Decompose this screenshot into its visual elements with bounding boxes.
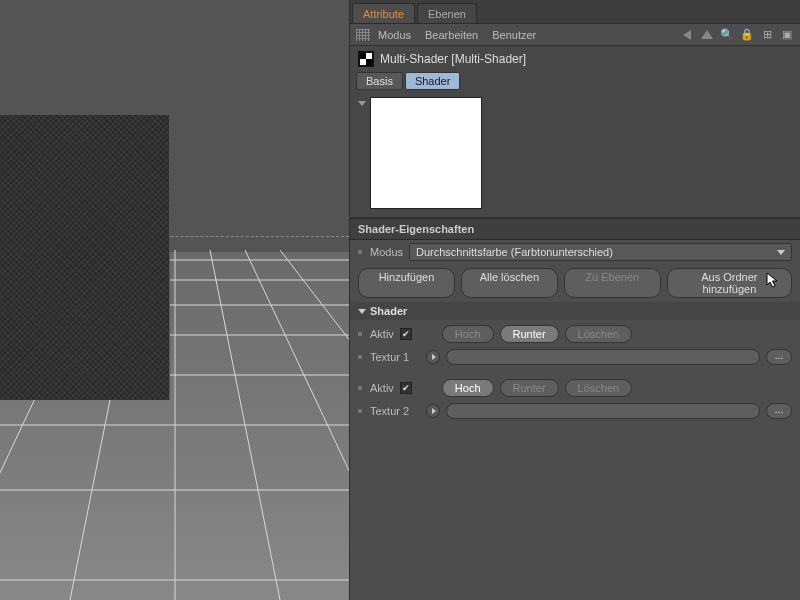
textur2-field[interactable] <box>446 403 760 419</box>
grip-icon[interactable] <box>356 29 370 41</box>
search-icon[interactable]: 🔍 <box>720 28 734 42</box>
aktiv-label: Aktiv <box>370 382 394 394</box>
add-button[interactable]: Hinzufügen <box>358 268 455 298</box>
shader-entry-1: Aktiv ✔ Hoch Runter Löschen Textur 1 ... <box>350 320 800 374</box>
textur2-label: Textur 2 <box>370 405 420 417</box>
menu-modus[interactable]: Modus <box>378 29 411 41</box>
collapse-icon <box>358 309 366 314</box>
tab-ebenen[interactable]: Ebenen <box>417 3 477 23</box>
add-from-folder-button[interactable]: Aus Ordner hinzufügen <box>667 268 792 298</box>
mode-value: Durchschnittsfarbe (Farbtonunterschied) <box>416 246 613 258</box>
menu-bearbeiten[interactable]: Bearbeiten <box>425 29 478 41</box>
preview-collapse-icon[interactable] <box>358 101 366 106</box>
loeschen-button-1[interactable]: Löschen <box>565 325 633 343</box>
subtab-shader[interactable]: Shader <box>405 72 460 90</box>
loeschen-button-2[interactable]: Löschen <box>565 379 633 397</box>
param-marker-icon <box>358 355 362 359</box>
subtab-basis[interactable]: Basis <box>356 72 403 90</box>
param-marker-icon <box>358 409 362 413</box>
param-marker-icon <box>358 332 362 336</box>
runter-button-1[interactable]: Runter <box>500 325 559 343</box>
hoch-button-1[interactable]: Hoch <box>442 325 494 343</box>
new-icon[interactable]: ⊞ <box>760 28 774 42</box>
mode-dropdown[interactable]: Durchschnittsfarbe (Farbtonunterschied) <box>409 243 792 261</box>
lock-icon[interactable]: 🔒 <box>740 28 754 42</box>
aktiv-label: Aktiv <box>370 328 394 340</box>
maximize-icon[interactable]: ▣ <box>780 28 794 42</box>
menu-benutzer[interactable]: Benutzer <box>492 29 536 41</box>
viewport-3d[interactable] <box>0 0 349 600</box>
aktiv-checkbox-2[interactable]: ✔ <box>400 382 412 394</box>
preview-row <box>350 93 800 218</box>
object-title: Multi-Shader [Multi-Shader] <box>380 52 526 66</box>
shader-collapse-row[interactable]: Shader <box>350 302 800 320</box>
mode-label: Modus <box>370 246 403 258</box>
cube-object[interactable] <box>0 115 170 400</box>
aktiv-checkbox-1[interactable]: ✔ <box>400 328 412 340</box>
runter-button-2[interactable]: Runter <box>500 379 559 397</box>
mode-row: Modus Durchschnittsfarbe (Farbtonuntersc… <box>350 240 800 264</box>
action-buttons: Hinzufügen Alle löschen Zu Ebenen Aus Or… <box>350 264 800 302</box>
nav-back-icon[interactable] <box>680 28 694 42</box>
param-marker-icon <box>358 386 362 390</box>
panel-tabs: Attribute Ebenen <box>350 0 800 24</box>
texture-menu-icon[interactable] <box>426 350 440 364</box>
chevron-down-icon <box>777 250 785 255</box>
to-layers-button[interactable]: Zu Ebenen <box>564 268 661 298</box>
textur1-label: Textur 1 <box>370 351 420 363</box>
shader-entry-2: Aktiv ✔ Hoch Runter Löschen Textur 2 ... <box>350 374 800 428</box>
object-header: Multi-Shader [Multi-Shader] <box>350 46 800 72</box>
nav-up-icon[interactable] <box>700 28 714 42</box>
sub-tabs: Basis Shader <box>350 72 800 93</box>
texture-menu-icon[interactable] <box>426 404 440 418</box>
param-marker-icon <box>358 250 362 254</box>
hoch-button-2[interactable]: Hoch <box>442 379 494 397</box>
textur2-browse-button[interactable]: ... <box>766 403 792 419</box>
multishader-icon <box>358 51 374 67</box>
delete-all-button[interactable]: Alle löschen <box>461 268 558 298</box>
attribute-panel: Attribute Ebenen Modus Bearbeiten Benutz… <box>349 0 800 600</box>
tab-attribute[interactable]: Attribute <box>352 3 415 23</box>
section-shader-props: Shader-Eigenschaften <box>350 218 800 240</box>
textur1-browse-button[interactable]: ... <box>766 349 792 365</box>
shader-group-label: Shader <box>370 305 407 317</box>
menu-bar: Modus Bearbeiten Benutzer 🔍 🔒 ⊞ ▣ <box>350 24 800 46</box>
textur1-field[interactable] <box>446 349 760 365</box>
shader-preview[interactable] <box>370 97 482 209</box>
